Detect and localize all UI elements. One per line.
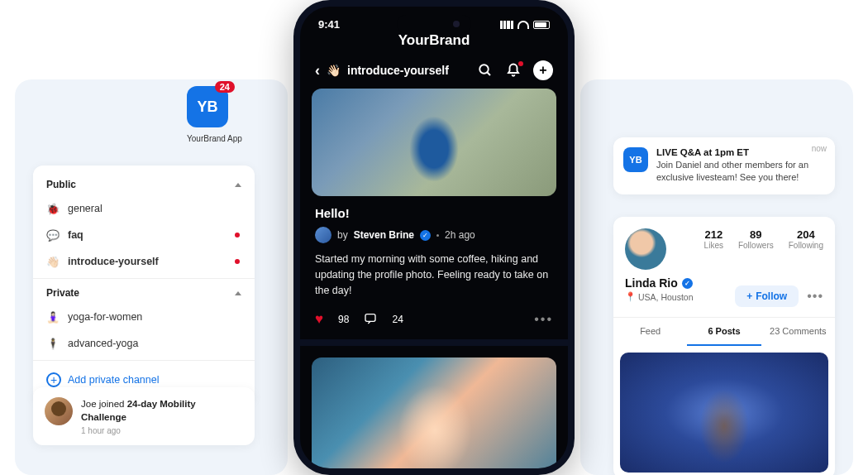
status-icons: [500, 21, 550, 29]
post-body: Started my morning with some coffee, hik…: [312, 243, 556, 309]
bell-dot: [518, 61, 523, 66]
header-left[interactable]: ‹ 👋🏻introduce-yourself: [315, 62, 449, 79]
comment-count: 24: [392, 314, 403, 325]
follow-label: Follow: [756, 290, 787, 302]
unread-dot: [235, 259, 240, 264]
channel-emoji: 👋🏻: [327, 64, 341, 77]
channel-faq[interactable]: 💬 faq: [33, 222, 255, 248]
svg-rect-2: [365, 314, 375, 321]
tab-feed[interactable]: Feed: [613, 318, 687, 346]
avatar: [45, 397, 73, 425]
feed: Hello! by Steven Brine ✓ 2h ago Started …: [300, 89, 568, 468]
channel-label: advanced-yoga: [68, 338, 138, 349]
stat-num: 204: [789, 228, 823, 241]
svg-point-0: [479, 65, 489, 74]
search-icon[interactable]: [477, 62, 494, 79]
section-private[interactable]: Private: [33, 282, 255, 304]
back-icon[interactable]: ‹: [315, 62, 320, 79]
phone-frame: 9:41 YourBrand ‹ 👋🏻introduce-yourself + …: [293, 0, 575, 475]
profile-media[interactable]: [620, 353, 828, 473]
app-badge: 24: [215, 81, 235, 93]
like-count: 98: [338, 314, 349, 325]
post-divider: [300, 339, 568, 346]
stat-label: Likes: [704, 241, 723, 250]
battery-icon: [533, 21, 550, 29]
bug-icon: 🐞: [46, 202, 60, 215]
notif-time: now: [812, 144, 827, 153]
profile-top: 212 Likes 89 Followers 204 Following: [613, 217, 835, 270]
channel-label: introduce-yourself: [68, 256, 159, 267]
bell-icon[interactable]: [505, 62, 522, 79]
stat-likes[interactable]: 212 Likes: [704, 228, 723, 270]
app-icon-text: YB: [197, 98, 217, 116]
chat-icon: 💬: [46, 228, 60, 242]
profile-tabs: Feed 6 Posts 23 Comments: [613, 317, 835, 346]
follow-button[interactable]: + Follow: [735, 285, 799, 307]
section-private-label: Private: [46, 287, 79, 299]
activity-prefix: Joe joined: [81, 399, 127, 409]
channel-label: faq: [68, 229, 83, 241]
verified-icon: ✓: [682, 278, 693, 289]
divider: [33, 360, 255, 361]
add-label: Add private channel: [68, 374, 160, 386]
stat-num: 212: [704, 228, 723, 241]
status-time: 9:41: [318, 18, 340, 31]
header-icons: +: [477, 60, 553, 80]
tab-comments[interactable]: 23 Comments: [761, 318, 835, 346]
post-image-2[interactable]: [312, 357, 556, 468]
phone-header: ‹ 👋🏻introduce-yourself +: [300, 49, 568, 89]
chevron-up-icon: [235, 291, 241, 295]
chevron-up-icon: [235, 183, 241, 187]
author-name[interactable]: Steven Brine: [354, 229, 414, 241]
profile-stats: 212 Likes 89 Followers 204 Following: [680, 228, 823, 270]
notif-body: LIVE Q&A at 1pm ET Join Daniel and other…: [656, 147, 825, 185]
channel-general[interactable]: 🐞 general: [33, 195, 255, 222]
svg-line-1: [487, 72, 490, 75]
section-public[interactable]: Public: [33, 174, 255, 195]
plus-circle-icon: +: [46, 372, 61, 387]
more-icon[interactable]: •••: [534, 312, 553, 327]
comment-icon[interactable]: [364, 312, 377, 328]
profile-avatar[interactable]: [625, 228, 666, 270]
stat-label: Following: [789, 241, 823, 250]
stat-followers[interactable]: 89 Followers: [738, 228, 774, 270]
channel-name: introduce-yourself: [347, 64, 449, 77]
signal-icon: [500, 21, 513, 29]
profile-card: 212 Likes 89 Followers 204 Following Lin…: [613, 217, 835, 475]
plus-icon: +: [746, 290, 752, 302]
unread-dot: [235, 233, 240, 238]
channel-advanced-yoga[interactable]: 🕴️ advanced-yoga: [33, 330, 255, 357]
post-image[interactable]: [312, 89, 556, 196]
verified-icon: ✓: [420, 230, 431, 241]
stat-following[interactable]: 204 Following: [789, 228, 823, 270]
post-time: 2h ago: [445, 229, 475, 241]
channel-yoga-for-women[interactable]: 🧘🏻‍♀️ yoga-for-women: [33, 304, 255, 330]
post-title: Hello!: [315, 206, 553, 220]
notif-text: Join Daniel and other members for an exc…: [656, 159, 825, 185]
channels-card: Public 🐞 general 💬 faq 👋🏻 introduce-your…: [33, 166, 255, 404]
activity-time: 1 hour ago: [81, 426, 243, 435]
phone-notch: [397, 15, 471, 33]
channel-label: general: [68, 203, 103, 214]
notification-card[interactable]: YB LIVE Q&A at 1pm ET Join Daniel and ot…: [613, 137, 835, 194]
yoga-icon: 🧘🏻‍♀️: [46, 310, 60, 324]
more-icon[interactable]: •••: [807, 289, 823, 304]
app-label: YourBrand App: [187, 134, 242, 143]
add-button[interactable]: +: [533, 60, 553, 80]
channel-introduce-yourself[interactable]: 👋🏻 introduce-yourself: [33, 248, 255, 275]
section-public-label: Public: [46, 179, 76, 190]
activity-text: Joe joined 24-day Mobility Challenge: [81, 397, 243, 424]
tab-posts[interactable]: 6 Posts: [687, 318, 761, 346]
author-avatar[interactable]: [315, 227, 331, 243]
divider: [33, 278, 255, 279]
post-meta: by Steven Brine ✓ 2h ago: [312, 227, 556, 243]
heart-icon[interactable]: ♥: [315, 311, 323, 328]
app-icon-block: YB 24 YourBrand App: [187, 86, 242, 143]
brand-title: YourBrand: [300, 32, 568, 49]
stat-label: Followers: [738, 241, 774, 250]
app-icon[interactable]: YB 24: [187, 86, 228, 127]
pin-icon: 📍: [625, 291, 636, 302]
profile-name[interactable]: Linda Rio: [625, 276, 678, 290]
wifi-icon: [517, 21, 529, 29]
activity-card[interactable]: Joe joined 24-day Mobility Challenge 1 h…: [33, 387, 255, 445]
